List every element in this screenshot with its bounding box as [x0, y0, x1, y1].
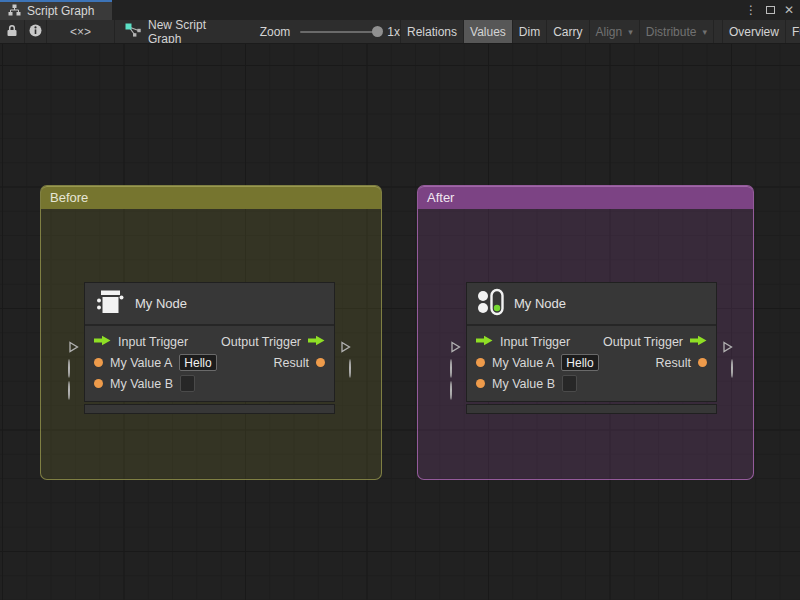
port-row-value-b: My Value B	[467, 373, 716, 394]
chevron-down-icon: ▾	[702, 27, 707, 37]
titlebar: Script Graph ⋮ ✕	[0, 0, 800, 20]
input-trigger-port[interactable]	[68, 339, 79, 357]
value-a-port[interactable]	[68, 360, 70, 378]
new-graph-icon	[125, 23, 141, 40]
align-dropdown[interactable]: Align ▾	[590, 20, 640, 43]
info-icon	[29, 24, 42, 40]
node-my-node-before[interactable]: My Node Input Trigger Output Trigger	[84, 282, 335, 414]
lock-button[interactable]	[0, 20, 25, 43]
new-graph-label: New Script Graph	[148, 20, 238, 44]
node-header[interactable]: My Node	[85, 283, 334, 326]
group-after-header[interactable]: After	[418, 186, 753, 209]
input-trigger-arrow-icon[interactable]	[476, 335, 493, 349]
port-row-value-b: My Value B	[85, 373, 334, 394]
value-b-port[interactable]	[68, 382, 70, 400]
result-port[interactable]	[731, 360, 733, 378]
toolbar: <×> New Script Graph Zoom	[0, 20, 800, 44]
output-trigger-arrow-icon[interactable]	[690, 335, 707, 349]
info-button[interactable]	[25, 20, 47, 43]
output-trigger-port[interactable]	[340, 339, 351, 357]
graph-canvas[interactable]: Before After	[0, 44, 800, 600]
lock-icon	[6, 24, 18, 40]
value-port-icon[interactable]	[94, 379, 103, 388]
carry-button[interactable]: Carry	[547, 20, 589, 43]
toolbar-left: <×> New Script Graph Zoom	[0, 20, 400, 43]
node-footer	[466, 404, 717, 414]
value-port-icon[interactable]	[698, 358, 707, 367]
output-trigger-port[interactable]	[722, 339, 733, 357]
values-button[interactable]: Values	[464, 20, 513, 43]
value-port-icon[interactable]	[94, 358, 103, 367]
input-trigger-port[interactable]	[450, 339, 461, 357]
close-icon[interactable]: ✕	[784, 3, 794, 17]
zoom-control: Zoom 1x	[260, 25, 400, 39]
result-port[interactable]	[349, 360, 351, 378]
value-a-port[interactable]	[450, 360, 452, 378]
value-a-input[interactable]	[179, 354, 217, 371]
node-title: My Node	[514, 296, 566, 311]
value-port-icon[interactable]	[476, 379, 485, 388]
output-trigger-arrow-icon[interactable]	[308, 335, 325, 349]
overview-button[interactable]: Overview	[722, 20, 786, 43]
zoom-slider-handle[interactable]	[372, 26, 383, 37]
node-header[interactable]: My Node	[467, 283, 716, 326]
tab-script-graph[interactable]: Script Graph	[0, 0, 112, 20]
code-view-icon: <×>	[70, 25, 91, 39]
visual-scripting-icon	[477, 287, 504, 320]
script-graph-window: Script Graph ⋮ ✕	[0, 0, 800, 600]
value-a-input[interactable]	[561, 354, 599, 371]
value-port-icon[interactable]	[476, 358, 485, 367]
port-row-value-a: My Value A Result	[467, 352, 716, 373]
zoom-label: Zoom	[260, 25, 291, 39]
bolt-unit-icon	[95, 288, 125, 319]
group-title: After	[427, 190, 454, 205]
relations-button[interactable]: Relations	[401, 20, 464, 43]
port-row-value-a: My Value A Result	[85, 352, 334, 373]
port-row-triggers: Input Trigger Output Trigger	[467, 331, 716, 352]
graph-hierarchy-icon	[8, 4, 21, 19]
new-script-graph-button[interactable]: New Script Graph	[115, 20, 248, 44]
node-my-node-after[interactable]: My Node Input Trigger Output Trigger	[466, 282, 717, 414]
value-b-input[interactable]	[562, 375, 577, 392]
toolbar-right: Relations Values Dim Carry Align ▾ Distr…	[400, 20, 800, 43]
window-controls: ⋮ ✕	[745, 0, 800, 20]
zoom-value: 1x	[387, 25, 400, 39]
value-b-input[interactable]	[180, 375, 195, 392]
group-title: Before	[50, 190, 88, 205]
tab-label: Script Graph	[27, 4, 94, 18]
full-screen-button[interactable]: Full Screen	[786, 20, 800, 43]
value-port-icon[interactable]	[316, 358, 325, 367]
menu-icon[interactable]: ⋮	[745, 3, 757, 17]
dim-button[interactable]: Dim	[513, 20, 547, 43]
node-footer	[84, 404, 335, 414]
distribute-dropdown[interactable]: Distribute ▾	[640, 20, 714, 43]
port-row-triggers: Input Trigger Output Trigger	[85, 331, 334, 352]
node-title: My Node	[135, 296, 187, 311]
code-view-button[interactable]: <×>	[47, 20, 115, 43]
zoom-slider[interactable]	[300, 31, 378, 33]
maximize-icon[interactable]	[766, 3, 775, 17]
input-trigger-arrow-icon[interactable]	[94, 335, 111, 349]
group-before-header[interactable]: Before	[41, 186, 381, 209]
chevron-down-icon: ▾	[628, 27, 633, 37]
value-b-port[interactable]	[450, 382, 452, 400]
